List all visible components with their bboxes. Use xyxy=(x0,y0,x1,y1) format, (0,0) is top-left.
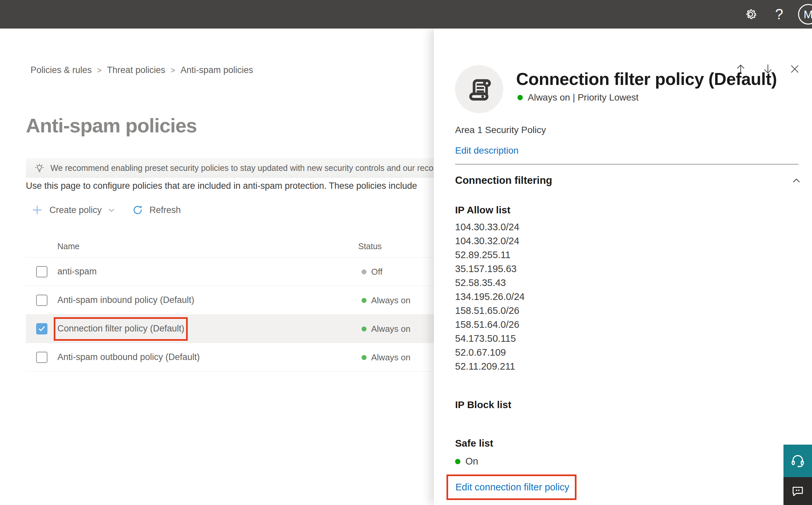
page-title: Anti-spam policies xyxy=(26,114,197,137)
flyout-panel: Connection filter policy (Default) Alway… xyxy=(434,28,812,505)
ip-block-list-heading: IP Block list xyxy=(455,399,512,410)
safe-list-status-text: On xyxy=(465,456,478,467)
row-checkbox[interactable] xyxy=(36,323,47,334)
support-button[interactable] xyxy=(784,445,812,477)
refresh-label: Refresh xyxy=(150,205,181,215)
refresh-button[interactable]: Refresh xyxy=(116,204,181,216)
divider xyxy=(455,164,798,165)
ip-address: 52.11.209.211 xyxy=(455,359,525,373)
settings-button[interactable] xyxy=(736,0,765,28)
policy-name: Connection filter policy (Default) xyxy=(57,324,184,333)
row-checkbox[interactable] xyxy=(36,352,47,363)
table-row[interactable]: Connection filter policy (Default) Alway… xyxy=(26,315,434,343)
lightbulb-icon xyxy=(34,163,45,174)
breadcrumb-item[interactable]: Policies & rules xyxy=(30,65,92,75)
flyout-status: Always on | Priority Lowest xyxy=(518,92,638,103)
column-header-status[interactable]: Status xyxy=(358,241,382,251)
help-button[interactable]: ? xyxy=(765,0,793,28)
edit-description-label: Edit description xyxy=(455,145,519,156)
breadcrumb: Policies & rules>Threat policies>Anti-sp… xyxy=(30,65,253,75)
close-icon xyxy=(789,63,800,75)
status-dot xyxy=(362,327,367,331)
status-cell: Always on xyxy=(362,315,411,343)
chevron-up-icon xyxy=(791,176,801,185)
avatar-initial: M xyxy=(804,8,812,21)
recommendation-banner: We recommend enabling preset security po… xyxy=(26,158,434,178)
help-icon: ? xyxy=(775,6,783,23)
annotation-box: Anti-spam outbound policy (Default) xyxy=(57,352,200,362)
policy-description: Area 1 Security Policy xyxy=(455,125,546,135)
edit-description-link[interactable]: Edit description xyxy=(455,145,519,156)
ip-address: 52.0.67.109 xyxy=(455,345,525,359)
status-dot xyxy=(362,355,367,360)
status-cell: Always on xyxy=(362,343,411,372)
plus-icon xyxy=(31,204,43,216)
chat-icon xyxy=(791,484,805,498)
ip-address: 35.157.195.63 xyxy=(455,262,525,276)
banner-text: We recommend enabling preset security po… xyxy=(50,163,434,173)
corner-buttons xyxy=(784,445,812,505)
breadcrumb-item[interactable]: Threat policies xyxy=(107,65,166,75)
ip-address: 52.58.35.43 xyxy=(455,276,525,290)
policy-name: Anti-spam inbound policy (Default) xyxy=(57,295,194,305)
row-checkbox[interactable] xyxy=(36,295,47,306)
ip-address: 52.89.255.11 xyxy=(455,248,525,262)
topbar-actions: ? M xyxy=(736,0,812,28)
policy-name: anti-spam xyxy=(57,267,97,277)
create-policy-label: Create policy xyxy=(49,205,102,215)
breadcrumb-separator: > xyxy=(171,66,175,75)
page-description: Use this page to configure policies that… xyxy=(26,181,434,191)
ip-address: 158.51.65.0/26 xyxy=(455,304,525,318)
edit-connection-filter-policy-link[interactable]: Edit connection filter policy xyxy=(455,482,569,493)
safe-list-heading: Safe list xyxy=(455,438,493,449)
headset-icon xyxy=(790,453,805,469)
create-policy-button[interactable]: Create policy xyxy=(31,204,116,216)
status-cell: Always on xyxy=(362,286,411,315)
refresh-icon xyxy=(132,204,144,216)
status-label: Always on xyxy=(371,324,411,334)
checkmark-icon xyxy=(38,325,46,333)
table-header: Name Status xyxy=(26,235,434,258)
annotation-box: Edit connection filter policy xyxy=(446,475,577,500)
breadcrumb-separator: > xyxy=(97,66,102,75)
status-dot xyxy=(362,298,367,303)
table-body: anti-spam Off Anti-spam inbound policy (… xyxy=(26,258,434,372)
status-dot xyxy=(518,95,523,100)
flyout-status-text: Always on | Priority Lowest xyxy=(528,92,638,103)
status-label: Always on xyxy=(371,295,411,306)
policy-table: Name Status anti-spam Off Anti-spam inbo… xyxy=(26,235,434,372)
table-row[interactable]: Anti-spam outbound policy (Default) Alwa… xyxy=(26,343,434,372)
annotation-box: Anti-spam inbound policy (Default) xyxy=(57,295,194,305)
table-row[interactable]: anti-spam Off xyxy=(26,258,434,286)
ip-address: 104.30.33.0/24 xyxy=(455,220,525,234)
toolbar: Create policy Refresh xyxy=(31,202,181,218)
safe-list-status: On xyxy=(455,456,478,467)
top-app-bar: ? M xyxy=(0,0,812,28)
gear-icon xyxy=(744,7,758,21)
policy-icon-circle xyxy=(455,65,503,113)
ip-address: 158.51.64.0/26 xyxy=(455,318,525,331)
status-cell: Off xyxy=(362,258,382,286)
scroll-icon xyxy=(465,75,493,103)
connection-filtering-section-header[interactable]: Connection filtering xyxy=(455,175,807,186)
status-label: Off xyxy=(371,267,382,277)
ip-address: 104.30.32.0/24 xyxy=(455,234,525,248)
close-flyout-button[interactable] xyxy=(789,63,800,75)
ip-allow-list-heading: IP Allow list xyxy=(455,204,511,216)
status-dot xyxy=(362,270,367,275)
ip-address: 54.173.50.115 xyxy=(455,331,525,345)
row-checkbox[interactable] xyxy=(36,266,47,278)
table-row[interactable]: Anti-spam inbound policy (Default) Alway… xyxy=(26,286,434,315)
breadcrumb-item: Anti-spam policies xyxy=(180,65,253,75)
column-header-name[interactable]: Name xyxy=(57,241,79,251)
annotation-box: Connection filter policy (Default) xyxy=(57,324,184,334)
account-avatar[interactable]: M xyxy=(798,4,812,25)
ip-allow-list: 104.30.33.0/24104.30.32.0/2452.89.255.11… xyxy=(455,220,525,373)
section-title: Connection filtering xyxy=(455,175,552,186)
status-label: Always on xyxy=(371,352,411,363)
policy-name: Anti-spam outbound policy (Default) xyxy=(57,352,200,362)
ip-address: 134.195.26.0/24 xyxy=(455,290,525,304)
flyout-title: Connection filter policy (Default) xyxy=(516,69,777,89)
annotation-box: anti-spam xyxy=(57,267,97,277)
feedback-button[interactable] xyxy=(784,477,812,505)
